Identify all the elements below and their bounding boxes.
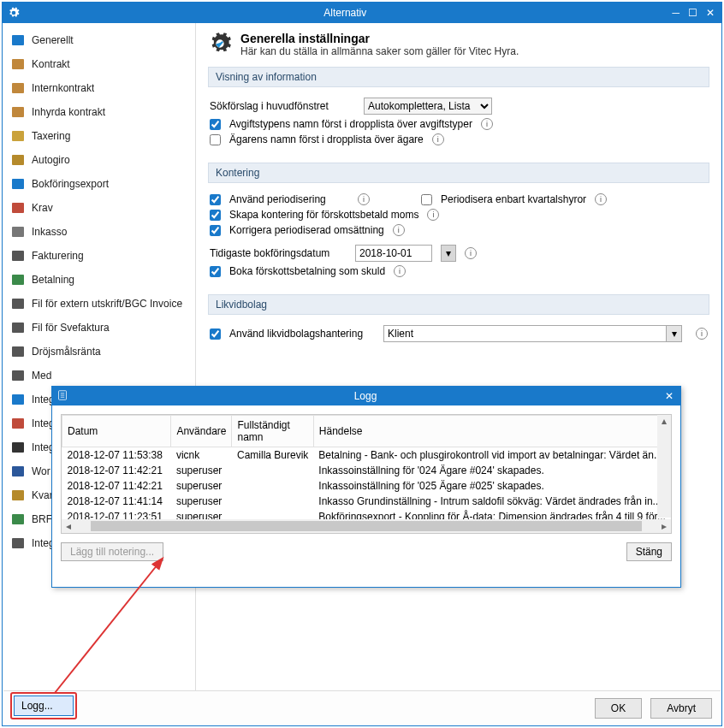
close-icon[interactable]: ✕: [706, 7, 715, 19]
logg-button[interactable]: Logg...: [14, 695, 74, 716]
cb-forskott-skuld-label: Boka förskottsbetalning som skuld: [229, 265, 385, 277]
svg-rect-2: [12, 83, 24, 93]
sidebar-item[interactable]: Dröjsmålsränta: [3, 340, 195, 364]
info-icon[interactable]: i: [393, 224, 405, 236]
col-handelse[interactable]: Händelse: [313, 416, 671, 447]
sidebar-item[interactable]: Internkontrakt: [3, 76, 195, 100]
svg-rect-3: [12, 107, 24, 117]
logg-highlight: Logg...: [10, 692, 77, 719]
info-icon[interactable]: i: [595, 193, 607, 205]
svg-rect-20: [12, 514, 24, 524]
dialog-title: Logg: [73, 390, 658, 402]
svg-rect-8: [12, 227, 24, 237]
svg-rect-10: [12, 275, 24, 285]
section-kontering: Kontering: [208, 163, 709, 183]
col-fullnamn[interactable]: Fullständigt namn: [232, 416, 313, 447]
sidebar-item[interactable]: Krav: [3, 196, 195, 220]
table-row[interactable]: 2018-12-07 11:53:38vicnkCamilla BurevikB…: [62, 447, 671, 464]
ok-button[interactable]: OK: [595, 698, 642, 719]
cb-likvid-label: Använd likvidbolagshantering: [229, 328, 375, 340]
sidebar-item[interactable]: Generellt: [3, 28, 195, 52]
dialog-close-icon[interactable]: ✕: [665, 390, 674, 402]
scrollbar-horizontal[interactable]: ◂▸: [62, 519, 671, 533]
cb-agarnamn-label: Ägarens namn först i dropplista över äga…: [229, 133, 424, 145]
svg-rect-14: [12, 370, 24, 381]
page-title: Generella inställningar: [240, 32, 519, 45]
svg-rect-18: [12, 466, 24, 476]
svg-rect-6: [12, 179, 24, 189]
svg-rect-16: [12, 418, 24, 429]
add-note-button[interactable]: Lägg till notering...: [61, 542, 163, 561]
footer: Logg... OK Avbryt: [3, 690, 721, 725]
col-anvandare[interactable]: Användare: [171, 416, 232, 447]
svg-rect-13: [12, 346, 24, 357]
page-subtitle: Här kan du ställa in allmänna saker som …: [240, 45, 519, 57]
alternativ-window: Alternativ ─ ☐ ✕ GenerelltKontraktIntern…: [2, 2, 722, 726]
sidebar-item[interactable]: Fil för Svefaktura: [3, 316, 195, 340]
minimize-icon[interactable]: ─: [672, 7, 679, 19]
info-icon[interactable]: i: [696, 328, 708, 340]
table-row[interactable]: 2018-12-07 11:41:14superuserInkasso Grun…: [62, 494, 671, 509]
section-likvid: Likvidbolag: [208, 294, 709, 315]
cb-avgiftstyp[interactable]: [210, 119, 221, 130]
tidigaste-date[interactable]: 2018-10-01: [355, 245, 432, 262]
log-grid[interactable]: Datum Användare Fullständigt namn Händel…: [61, 414, 672, 534]
logg-dialog: Logg ✕ Datum Användare Fullständigt namn…: [51, 386, 681, 588]
cb-korrigera[interactable]: [210, 225, 221, 236]
tidigaste-label: Tidigaste bokföringsdatum: [210, 247, 347, 259]
chevron-down-icon[interactable]: ▾: [667, 325, 682, 342]
table-row[interactable]: 2018-12-07 11:42:21superuserInkassoinstä…: [62, 478, 671, 494]
col-datum[interactable]: Datum: [62, 416, 171, 447]
window-title: Alternativ: [25, 7, 665, 19]
svg-rect-1: [12, 59, 24, 69]
cb-forskott-moms[interactable]: [210, 210, 221, 221]
cb-avgiftstyp-label: Avgiftstypens namn först i dropplista öv…: [229, 118, 472, 130]
sidebar-item[interactable]: Inhyrda kontrakt: [3, 100, 195, 124]
sokforslag-select[interactable]: Autokomplettera, Lista: [364, 98, 492, 115]
likvid-select[interactable]: Klient: [383, 325, 667, 342]
cb-kvartal-label: Periodisera enbart kvartalshyror: [441, 193, 586, 205]
svg-rect-17: [12, 442, 24, 453]
info-icon[interactable]: i: [427, 209, 439, 221]
scrollbar-vertical[interactable]: ▴: [657, 415, 671, 518]
date-dropdown-icon[interactable]: ▾: [441, 245, 456, 262]
info-icon[interactable]: i: [481, 118, 493, 130]
sidebar-item[interactable]: Kontrakt: [3, 52, 195, 76]
sidebar-item[interactable]: Betalning: [3, 268, 195, 292]
sidebar-item[interactable]: Med: [3, 364, 195, 388]
maximize-icon[interactable]: ☐: [688, 7, 697, 19]
svg-rect-19: [12, 490, 24, 500]
sidebar-item[interactable]: Fil för extern utskrift/BGC Invoice: [3, 292, 195, 316]
cb-agarnamn[interactable]: [210, 134, 221, 145]
main-panel: Generella inställningar Här kan du ställ…: [196, 23, 721, 691]
table-row[interactable]: 2018-12-07 11:42:21superuserInkassoinstä…: [62, 463, 671, 478]
sidebar-item[interactable]: Fakturering: [3, 244, 195, 268]
sokforslag-label: Sökförslag i huvudfönstret: [210, 100, 355, 112]
section-visning: Visning av information: [208, 67, 709, 87]
info-icon[interactable]: i: [432, 133, 444, 145]
log-icon: [52, 390, 73, 403]
stang-button[interactable]: Stäng: [626, 542, 672, 561]
cb-periodisering-label: Använd periodisering: [229, 193, 349, 205]
sidebar-item[interactable]: Bokföringsexport: [3, 172, 195, 196]
cb-likvid[interactable]: [210, 328, 221, 340]
svg-rect-0: [12, 35, 24, 45]
info-icon[interactable]: i: [394, 265, 406, 277]
svg-rect-12: [12, 323, 24, 333]
svg-rect-5: [12, 155, 24, 165]
sidebar-item[interactable]: Inkasso: [3, 220, 195, 244]
cb-korrigera-label: Korrigera periodiserad omsättning: [229, 224, 384, 236]
sidebar-item[interactable]: Taxering: [3, 124, 195, 148]
titlebar[interactable]: Alternativ ─ ☐ ✕: [3, 3, 721, 23]
svg-rect-4: [12, 131, 24, 141]
info-icon[interactable]: i: [465, 247, 477, 259]
cb-kvartal[interactable]: [421, 194, 432, 205]
sidebar-item[interactable]: Autogiro: [3, 148, 195, 172]
cb-forskott-skuld[interactable]: [210, 266, 221, 277]
svg-rect-21: [12, 538, 24, 548]
svg-rect-7: [12, 203, 24, 213]
cb-periodisering[interactable]: [210, 194, 221, 205]
avbryt-button[interactable]: Avbryt: [650, 698, 712, 719]
gear-icon: [3, 7, 25, 19]
info-icon[interactable]: i: [358, 193, 370, 205]
